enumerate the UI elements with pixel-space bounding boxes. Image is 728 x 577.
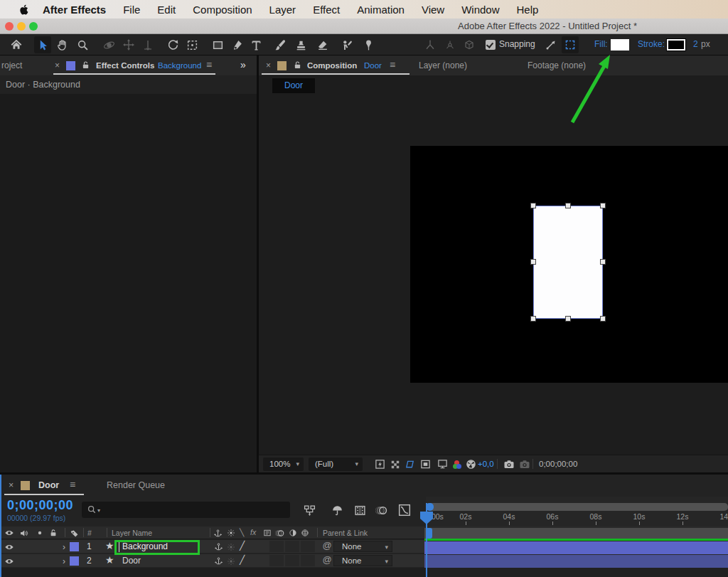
transform-handle[interactable] (600, 203, 606, 208)
motion-blur-icon[interactable] (373, 503, 389, 517)
frame-blending-icon[interactable] (352, 503, 368, 517)
lock-icon[interactable] (81, 60, 90, 70)
timeline-timecode[interactable]: 0;00;00;00 (7, 498, 73, 513)
layer-bar-door[interactable] (424, 555, 728, 568)
lock-icon[interactable] (293, 60, 302, 70)
quality-switch-icon[interactable]: ╱ (240, 541, 245, 551)
layer-row-background[interactable]: › 1 ★ Background ╱ @ None▾ (1, 540, 425, 554)
graph-editor-icon[interactable] (397, 503, 412, 517)
parent-pickwhip-icon[interactable]: @ (321, 540, 333, 551)
stroke-width-value[interactable]: 2 (693, 39, 698, 49)
exposure-value[interactable]: +0,0 (478, 460, 494, 468)
camera-tool[interactable] (183, 36, 200, 53)
layer-name[interactable]: Door (122, 556, 141, 566)
quality-switch-icon[interactable]: ╱ (240, 555, 245, 565)
shy-switch-icon[interactable] (213, 556, 224, 566)
transform-handle[interactable] (530, 203, 536, 208)
panel-menu-icon[interactable]: ≡ (390, 59, 395, 70)
pan-camera-tool[interactable] (120, 36, 137, 53)
menu-file[interactable]: File (123, 4, 140, 16)
expand-chevron-icon[interactable]: › (58, 556, 70, 566)
menu-layer[interactable]: Layer (269, 4, 296, 16)
panel-menu-icon[interactable]: ≡ (70, 479, 75, 490)
timeline-tab-title[interactable]: Door (38, 480, 59, 490)
timeline-navigator-bar[interactable] (426, 503, 728, 511)
pen-tool[interactable] (228, 36, 245, 53)
zoom-window-button[interactable] (29, 22, 38, 31)
rotation-tool[interactable] (164, 36, 181, 53)
panel-menu-icon[interactable]: ≡ (206, 59, 212, 70)
composition-tab-target[interactable]: Door (364, 61, 382, 70)
close-window-button[interactable] (5, 22, 14, 31)
menu-edit[interactable]: Edit (157, 4, 176, 16)
apple-icon[interactable] (19, 4, 29, 16)
world-axis-mode-icon[interactable] (441, 36, 459, 53)
comp-mini-flowchart-icon[interactable] (301, 503, 317, 517)
menu-animation[interactable]: Animation (357, 4, 405, 16)
snap-whip-icon[interactable] (542, 36, 560, 53)
local-axis-mode-icon[interactable] (422, 36, 439, 53)
show-snapshot-icon[interactable] (518, 458, 532, 470)
transform-handle[interactable] (530, 259, 536, 265)
layer-color-swatch[interactable] (70, 556, 79, 566)
project-panel-tab[interactable]: roject (1, 60, 22, 70)
close-tab-icon[interactable]: × (266, 60, 271, 70)
shape-layer-rect[interactable] (533, 206, 603, 319)
menu-help[interactable]: Help (517, 4, 539, 16)
menu-window[interactable]: Window (461, 4, 499, 16)
transparency-grid-icon[interactable] (388, 458, 402, 470)
snap-bounds-icon[interactable] (562, 36, 579, 53)
expand-chevron-icon[interactable]: › (58, 541, 70, 552)
snapping-checkbox[interactable] (486, 40, 496, 50)
transform-handle[interactable] (600, 259, 606, 265)
fill-color-swatch[interactable] (611, 39, 629, 51)
fast-previews-icon[interactable] (373, 458, 387, 470)
eraser-tool[interactable] (314, 36, 331, 53)
rectangle-tool[interactable] (209, 36, 226, 53)
draft-3d-icon[interactable] (329, 503, 345, 517)
parent-dropdown[interactable]: None▾ (333, 541, 392, 552)
layer-row-door[interactable]: › 2 ★ Door ╱ @ None▾ (1, 554, 425, 568)
magnification-dropdown[interactable]: 100%▾ (263, 457, 304, 471)
menu-view[interactable]: View (422, 4, 444, 16)
transform-handle[interactable] (600, 316, 606, 322)
menu-composition[interactable]: Composition (193, 4, 252, 16)
puppet-pin-tool[interactable] (360, 36, 377, 53)
roto-brush-tool[interactable] (338, 36, 355, 53)
tab-overflow-icon[interactable]: » (240, 59, 246, 70)
stroke-color-swatch[interactable] (667, 39, 685, 51)
parent-pickwhip-icon[interactable]: @ (321, 554, 333, 565)
mask-visibility-icon[interactable] (402, 458, 417, 470)
exposure-icon[interactable] (464, 458, 478, 470)
layer-color-swatch[interactable] (70, 542, 79, 551)
app-menu-name[interactable]: After Effects (43, 4, 106, 16)
zoom-tool[interactable] (74, 36, 91, 53)
render-queue-tab[interactable]: Render Queue (107, 480, 165, 490)
search-options-chevron[interactable]: ▾ (97, 507, 100, 514)
channel-icon[interactable] (451, 458, 465, 470)
layer-bar-background[interactable] (424, 541, 728, 554)
layer-panel-tab[interactable]: Layer (none) (419, 60, 467, 70)
effect-controls-tab-title[interactable]: Effect Controls (96, 61, 154, 70)
transform-handle[interactable] (565, 316, 571, 322)
collapse-switch-icon[interactable] (225, 556, 237, 566)
resolution-dropdown[interactable]: (Full)▾ (309, 457, 363, 471)
eye-icon[interactable] (4, 556, 15, 566)
home-tool[interactable] (8, 36, 25, 53)
composition-canvas[interactable] (410, 146, 728, 383)
dolly-camera-tool[interactable] (139, 36, 156, 53)
selection-tool[interactable] (34, 36, 51, 53)
clone-stamp-tool[interactable] (292, 36, 309, 53)
transform-handle[interactable] (565, 203, 571, 208)
type-tool[interactable] (247, 36, 264, 53)
effect-controls-tab-target[interactable]: Background (158, 61, 201, 70)
shy-switch-icon[interactable] (213, 541, 224, 552)
footage-panel-tab[interactable]: Footage (none) (528, 60, 586, 70)
region-of-interest-icon[interactable] (418, 458, 432, 470)
brush-tool[interactable] (272, 36, 289, 53)
eye-icon[interactable] (4, 541, 15, 552)
comp-timecode[interactable]: 0;00;00;00 (539, 460, 577, 468)
menu-effect[interactable]: Effect (313, 4, 340, 16)
collapse-switch-icon[interactable] (225, 541, 237, 552)
view-axis-mode-icon[interactable] (461, 36, 478, 53)
